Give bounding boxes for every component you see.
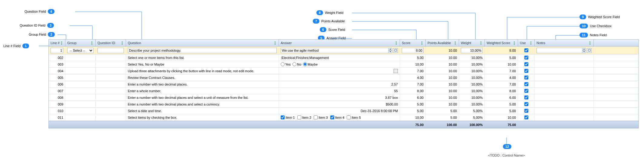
- weight-cell: 10.00%: [459, 81, 485, 87]
- check-item[interactable]: Item 5: [347, 115, 361, 119]
- search-icon[interactable]: [587, 48, 592, 53]
- wscore-cell: 10.00: [485, 114, 518, 121]
- search-icon[interactable]: [393, 48, 398, 53]
- header-weighted-score[interactable]: Weighted Score: [485, 40, 518, 46]
- table-row[interactable]: 009Enter a number with two decimal place…: [49, 101, 639, 108]
- weight-input[interactable]: [461, 48, 483, 53]
- weight-cell: 10.00%: [459, 54, 485, 61]
- table-row[interactable]: 004Upload three attachments by clicking …: [49, 68, 639, 74]
- answer-value: 2.57: [391, 82, 398, 86]
- table-row[interactable]: 010Select a date and time.Dec-31-2016 8:…: [49, 108, 639, 114]
- table-row[interactable]: 008Enter a number with two decimal place…: [49, 94, 639, 101]
- totals-row: 75.00 100.00 100.00% 75.00: [49, 121, 639, 128]
- use-checkbox[interactable]: [524, 95, 528, 99]
- line-input[interactable]: [51, 48, 63, 53]
- weight-cell: 10.00%: [459, 88, 485, 94]
- use-checkbox[interactable]: [524, 109, 528, 113]
- menu-icon[interactable]: [480, 41, 483, 44]
- wscore-cell: 10.00: [485, 61, 518, 67]
- header-question-id[interactable]: Question ID: [96, 40, 126, 46]
- check-item[interactable]: Item 1: [281, 115, 295, 119]
- spinner[interactable]: ▲▼: [388, 48, 392, 53]
- radio-maybe[interactable]: Maybe: [303, 62, 318, 66]
- header-notes[interactable]: Notes: [535, 40, 594, 46]
- question-cell: Enter a number with two decimal places.: [126, 81, 279, 87]
- radio-yes[interactable]: Yes: [281, 62, 291, 66]
- callout-badge-7: 7: [313, 19, 319, 24]
- line-cell: 010: [49, 108, 65, 114]
- use-checkbox[interactable]: [524, 48, 528, 52]
- table-row[interactable]: 002Select one or more items from this li…: [49, 54, 639, 61]
- check-item[interactable]: Item 2: [297, 115, 312, 119]
- header-points[interactable]: Points Available: [426, 40, 459, 46]
- question-cell: Enter a number with two decimal places a…: [126, 101, 279, 107]
- grid-header-row: Line # Group Question ID Question Answer…: [49, 40, 639, 47]
- check-item[interactable]: Item 3: [314, 115, 328, 119]
- use-checkbox[interactable]: [524, 62, 528, 66]
- score-input[interactable]: [402, 48, 424, 53]
- wscore-cell: 5.00: [485, 54, 518, 61]
- attachment-icon[interactable]: [394, 69, 398, 73]
- weight-cell: 10.00%: [459, 68, 485, 74]
- use-checkbox[interactable]: [524, 115, 528, 119]
- table-row[interactable]: 007Enter a whole number.558.0010.0010.00…: [49, 88, 639, 94]
- wscore-cell: 7.00: [485, 81, 518, 87]
- use-checkbox[interactable]: [524, 69, 528, 73]
- use-checkbox[interactable]: [524, 76, 528, 79]
- header-use[interactable]: Use: [518, 40, 535, 46]
- wscore-cell: 5.00: [485, 108, 518, 114]
- score-cell: 7.00: [400, 81, 426, 87]
- score-cell: 5.00: [400, 101, 426, 107]
- menu-icon[interactable]: [274, 41, 277, 44]
- callout-badge-9: 9: [580, 15, 586, 19]
- callout-badge-6: 6: [320, 27, 326, 32]
- callout-badge-2: 2: [48, 32, 54, 37]
- points-cell: 10.00: [426, 61, 459, 67]
- use-checkbox[interactable]: [524, 89, 528, 93]
- question-id-input[interactable]: [97, 48, 124, 53]
- header-score[interactable]: Score: [400, 40, 426, 46]
- menu-icon[interactable]: [530, 41, 533, 44]
- menu-icon[interactable]: [589, 41, 592, 44]
- menu-icon[interactable]: [454, 41, 457, 44]
- header-group[interactable]: Group: [65, 40, 96, 46]
- table-row[interactable]: 003Select Yes, No or MaybeYesNoMaybe10.0…: [49, 61, 639, 68]
- callout-badge-10: 10: [580, 24, 588, 28]
- table-row[interactable]: 006Enter a number with two decimal place…: [49, 81, 639, 88]
- header-answer[interactable]: Answer: [279, 40, 400, 46]
- notes-input[interactable]: [537, 48, 583, 53]
- radio-no[interactable]: No: [292, 62, 301, 66]
- header-question[interactable]: Question: [126, 40, 279, 46]
- check-item[interactable]: Item 4: [330, 115, 345, 119]
- score-cell: 7.00: [400, 68, 426, 74]
- question-cell: Review these Contract Clauses.: [126, 74, 279, 81]
- menu-icon[interactable]: [421, 41, 424, 44]
- question-input[interactable]: [128, 48, 277, 53]
- header-line[interactable]: Line #: [49, 40, 65, 46]
- use-checkbox[interactable]: [524, 56, 528, 60]
- use-checkbox[interactable]: [524, 102, 528, 106]
- use-checkbox[interactable]: [524, 82, 528, 86]
- weight-cell: 10.00%: [459, 74, 485, 81]
- menu-icon[interactable]: [513, 41, 516, 44]
- weight-cell: 10.00%: [459, 101, 485, 107]
- callout-label: Score Field: [328, 28, 345, 31]
- menu-icon[interactable]: [121, 41, 124, 44]
- points-cell: 10.00: [426, 94, 459, 101]
- weight-cell: 10.00%: [459, 94, 485, 101]
- spinner[interactable]: ▲▼: [582, 48, 586, 53]
- menu-icon[interactable]: [91, 41, 94, 44]
- table-row[interactable]: 011Select items by checking the box.Item…: [49, 114, 639, 121]
- header-weight[interactable]: Weight: [459, 40, 485, 46]
- todo-label: <TODO : Control Name>: [488, 154, 525, 157]
- menu-icon[interactable]: [395, 41, 398, 44]
- edit-row: -- Select -- ▲▼ 10.00 8.00 ▲▼: [49, 47, 639, 54]
- question-cell: Select items by checking the box.: [126, 114, 279, 121]
- points-cell: 10.00: [426, 88, 459, 94]
- wscore-cell: 5.00: [485, 101, 518, 107]
- table-row[interactable]: 005Review these Contract Clauses.4.0010.…: [49, 74, 639, 81]
- answer-input[interactable]: [281, 48, 389, 53]
- menu-icon[interactable]: [60, 41, 63, 44]
- group-select[interactable]: -- Select --: [67, 48, 94, 53]
- line-cell: 011: [49, 114, 65, 121]
